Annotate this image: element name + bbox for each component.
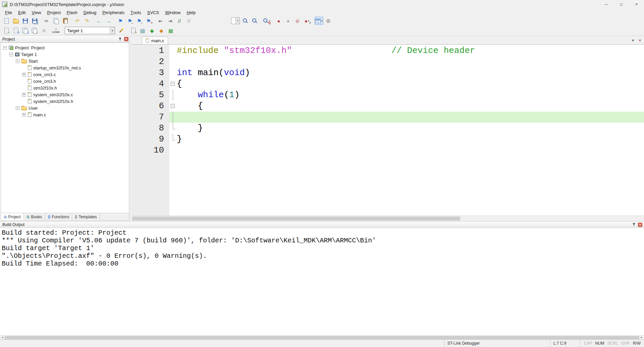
panel-tab-functions[interactable]: {}Functions [45,213,72,220]
line-number[interactable]: 8 [131,123,169,134]
menu-file[interactable]: File [2,9,15,16]
editor[interactable]: 1#include "stm32f10x.h" // Device header… [131,45,644,216]
scroll-right-icon[interactable]: ► [639,336,644,339]
code-line[interactable]: 8 } [131,123,644,134]
open-file-icon[interactable] [11,17,20,25]
pin-icon[interactable] [118,37,122,41]
books-icon[interactable]: ▤ [138,26,147,35]
options-for-target-icon[interactable] [117,26,125,35]
paste-icon[interactable] [61,17,70,25]
unindent-icon[interactable]: ⇤ [156,17,165,25]
line-number[interactable]: 2 [131,56,169,67]
line-number[interactable]: 4 [131,78,169,90]
tree-expander-icon[interactable]: − [16,59,19,63]
next-bookmark-icon[interactable]: ⚑→ [135,17,144,25]
rebuild-all-icon[interactable]: ⇩ [21,26,30,35]
menu-view[interactable]: View [29,9,44,16]
scroll-thumb[interactable] [5,336,639,339]
tree-expander-icon[interactable]: − [9,53,13,56]
previous-bookmark-icon[interactable]: ⚑← [125,17,134,25]
find-text-combo[interactable]: ▾ [231,17,240,24]
menu-window[interactable]: Window [162,9,183,16]
menu-help[interactable]: Help [183,9,199,16]
code-line[interactable]: 6− { [131,101,644,112]
bottom-scrollbar[interactable]: ◄ ► [0,335,644,339]
cut-icon[interactable]: ✂ [42,17,51,25]
manage-rte-icon[interactable]: ◆ [148,26,156,35]
indent-icon[interactable]: ⇥ [166,17,174,25]
menu-project[interactable]: Project [44,9,64,16]
close-panel-button[interactable]: × [124,37,128,41]
insert-bookmark-icon[interactable]: ⚑ [116,17,125,25]
incremental-find-icon[interactable]: Q▾ [262,17,271,25]
new-file-icon[interactable] [2,17,11,25]
build-icon[interactable]: ⇩ [11,26,20,35]
window-close-button[interactable]: × [629,0,644,9]
navigate-forward-icon[interactable]: → [104,17,113,25]
line-number[interactable]: 9 [131,134,169,145]
close-document-icon[interactable]: × [637,37,643,43]
tree-expander-icon[interactable]: − [3,46,7,50]
code-line[interactable]: 3int main(void) [131,67,644,78]
panel-tab-templates[interactable]: ()Templates [72,213,100,220]
save-all-icon[interactable] [30,17,39,25]
editor-scroll-thumb[interactable] [132,217,460,221]
fold-toggle-icon[interactable]: − [169,101,177,112]
menu-edit[interactable]: Edit [15,9,29,16]
tree-item[interactable]: −Project: Project [1,44,129,51]
tree-item[interactable]: −Target 1 [1,51,129,58]
redo-icon[interactable]: ↷ [83,17,91,25]
menu-flash[interactable]: Flash [64,9,80,16]
batch-build-icon[interactable]: ✓ [30,26,39,35]
download-icon[interactable]: ⇩LOAD [52,26,60,35]
code-line[interactable]: 5 while(1) [131,90,644,101]
manage-components-icon[interactable]: ◆ [157,26,166,35]
code-line[interactable]: 1#include "stm32f10x.h" // Device header [131,45,644,56]
uncomment-selection-icon[interactable]: // [184,17,193,25]
tree-item[interactable]: −User [1,105,129,111]
enable-disable-breakpoint-icon[interactable]: ● [284,17,292,25]
tree-expander-icon[interactable]: + [22,113,26,117]
panel-tab-books[interactable]: ▥Books [24,213,45,220]
tree-expander-icon[interactable]: + [22,93,26,97]
insert-breakpoint-icon[interactable]: ● [274,17,283,25]
tree-item[interactable]: −Start [1,58,129,64]
undo-icon[interactable]: ↶ [73,17,82,25]
tree-item[interactable]: +core_cm3.c [1,71,129,78]
translate-file-icon[interactable]: ✓ [2,26,11,35]
navigate-back-icon[interactable]: ← [95,17,103,25]
pack-installer-icon[interactable]: ▦ [166,26,175,35]
configure-icon[interactable]: ⚙ [324,17,333,25]
copy-icon[interactable] [52,17,60,25]
scroll-left-icon[interactable]: ◄ [0,336,5,339]
window-minimize-button[interactable]: ─ [599,0,614,9]
comment-selection-icon[interactable]: // [175,17,184,25]
line-number[interactable]: 6 [131,101,169,112]
fold-toggle-icon[interactable]: − [169,78,177,90]
save-icon[interactable] [21,17,30,25]
menu-tools[interactable]: Tools [127,9,144,16]
tree-expander-icon[interactable]: + [22,73,26,76]
file-extensions-icon[interactable]: ✎ [129,26,138,35]
code-line[interactable]: 7 [131,112,644,123]
code-line[interactable]: 10 [131,145,644,156]
line-number[interactable]: 1 [131,45,169,56]
kill-all-breakpoints-icon[interactable]: ●×▾ [303,17,311,25]
panel-tab-project[interactable]: ▤Project [1,213,24,220]
tree-item[interactable]: system_stm32f10x.h [1,98,129,105]
tree-item[interactable]: +system_stm32f10x.c [1,91,129,98]
code-line[interactable]: 4−{ [131,78,644,90]
line-number[interactable]: 5 [131,90,169,101]
build-output-pin-icon[interactable] [632,223,636,227]
code-line[interactable]: 9} [131,134,644,145]
tree-item[interactable]: startup_stm32f10x_md.s [1,64,129,71]
find-in-files-icon[interactable] [241,17,250,25]
window-maximize-button[interactable]: □ [614,0,629,9]
tree-item[interactable]: core_cm3.h [1,78,129,84]
build-output-close-button[interactable]: × [638,223,642,227]
target-select[interactable]: Target 1▾ [65,27,115,34]
line-number[interactable]: 10 [131,145,169,156]
document-list-dropdown-icon[interactable]: ▾ [630,37,636,43]
find-icon[interactable] [250,17,259,25]
menu-peripherals[interactable]: Peripherals [99,9,127,16]
